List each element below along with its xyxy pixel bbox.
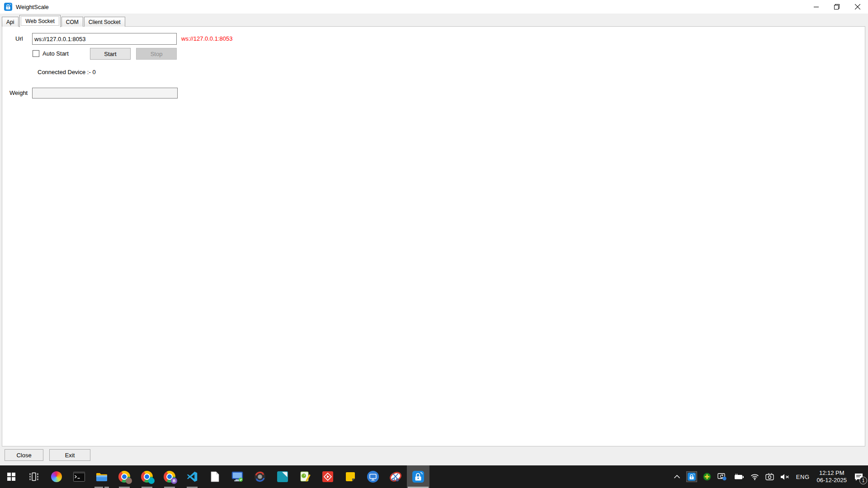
backup-sync-button[interactable] <box>249 465 271 488</box>
chrome-icon: B <box>164 471 175 483</box>
auto-start-checkbox-row[interactable]: Auto Start <box>33 50 69 57</box>
document-viewer-icon <box>277 471 288 482</box>
clock-date: 06-12-2025 <box>817 477 847 484</box>
snipping-tool-icon <box>390 471 401 483</box>
notification-count-badge: 1 <box>859 477 867 484</box>
tab-client-socket[interactable]: Client Socket <box>84 17 125 27</box>
notepad-button[interactable] <box>203 465 226 488</box>
weight-label: Weight <box>9 88 28 99</box>
url-label: Url <box>15 33 23 45</box>
minimize-icon <box>814 5 819 9</box>
snipping-tool-button[interactable] <box>384 465 407 488</box>
file-explorer-icon <box>96 472 108 482</box>
copilot-icon <box>51 471 62 482</box>
restore-button[interactable] <box>826 0 847 14</box>
screen-sync-tray-button[interactable] <box>715 465 730 488</box>
wireless-display-button[interactable] <box>362 465 384 488</box>
hidden-icons-button[interactable] <box>671 465 683 488</box>
chrome-profile2-badge <box>148 478 155 484</box>
chrome-icon <box>118 471 130 483</box>
chevron-up-icon <box>674 474 680 479</box>
file-explorer-button[interactable] <box>90 465 113 488</box>
chrome-profile-b-button[interactable]: B <box>158 465 181 488</box>
chrome-profile1-badge <box>126 478 132 484</box>
auto-start-checkbox[interactable] <box>33 50 39 57</box>
camera-tray-button[interactable] <box>763 465 777 488</box>
web-socket-tab-page: Url ws://127.0.0.1:8053 Auto Start Start… <box>2 26 865 446</box>
vscode-icon <box>187 471 198 482</box>
tab-com[interactable]: COM <box>61 17 83 27</box>
task-view-icon <box>29 472 39 481</box>
antivirus-tray-button[interactable] <box>700 465 714 488</box>
anydesk-icon <box>322 471 333 482</box>
remote-desktop-icon <box>231 471 243 482</box>
clock-time: 12:12 PM <box>819 469 844 477</box>
tab-web-socket[interactable]: Web Socket <box>19 15 60 27</box>
anydesk-button[interactable] <box>316 465 339 488</box>
close-icon <box>855 4 860 9</box>
window-title: WeightScale <box>16 4 49 10</box>
notepad-plus-plus-button[interactable] <box>294 465 316 488</box>
exit-button[interactable]: Exit <box>49 449 90 461</box>
weight-input[interactable] <box>32 88 178 99</box>
taskbar: B <box>0 465 868 488</box>
chrome-profile-b-badge: B <box>171 478 177 484</box>
weightscale-app-icon <box>4 3 12 11</box>
weightscale-icon <box>412 471 424 483</box>
footer-bar: Close Exit Register Version :- 1.0.0.0 <box>0 446 868 465</box>
close-button[interactable] <box>847 0 868 14</box>
clock[interactable]: 12:12 PM 06-12-2025 <box>813 465 851 488</box>
start-button[interactable]: Start <box>90 48 131 60</box>
url-input[interactable] <box>32 33 177 45</box>
vscode-button[interactable] <box>181 465 203 488</box>
camera-icon <box>765 473 774 480</box>
system-tray: ENG 12:12 PM 06-12-2025 1 <box>671 465 868 488</box>
url-status-text: ws://127.0.0.1:8053 <box>181 33 232 45</box>
chrome-profile1-button[interactable] <box>113 465 136 488</box>
remote-desktop-button[interactable] <box>226 465 249 488</box>
battery-tray-button[interactable] <box>731 465 747 488</box>
notification-center-button[interactable]: 1 <box>851 465 866 488</box>
wifi-icon <box>750 474 759 480</box>
window-controls <box>806 0 868 14</box>
titlebar: WeightScale <box>0 0 868 14</box>
terminal-button[interactable] <box>68 465 90 488</box>
weightscale-taskbar-button[interactable] <box>407 465 429 488</box>
backup-sync-icon <box>254 471 266 483</box>
battery-charging-icon <box>733 474 744 480</box>
chrome-icon <box>141 471 153 483</box>
volume-muted-tray-button[interactable] <box>778 465 793 488</box>
tab-strip: Api Web Socket COM Client Socket <box>2 14 126 27</box>
terminal-icon <box>73 472 85 482</box>
volume-muted-icon <box>780 474 790 480</box>
auto-start-label: Auto Start <box>42 50 69 57</box>
stop-button[interactable]: Stop <box>136 48 177 60</box>
antivirus-icon <box>703 473 711 481</box>
notepad-document-icon <box>210 471 220 482</box>
restore-icon <box>834 4 840 9</box>
wifi-tray-button[interactable] <box>748 465 762 488</box>
minimize-button[interactable] <box>806 0 826 14</box>
windows-logo-icon <box>7 473 15 481</box>
connected-device-text: Connected Device :- 0 <box>38 69 96 75</box>
screen-sync-icon <box>717 473 727 481</box>
language-label: ENG <box>796 474 810 480</box>
wireless-display-icon <box>367 470 379 483</box>
copilot-button[interactable] <box>45 465 68 488</box>
sticky-notes-button[interactable] <box>339 465 362 488</box>
weightscale-tray-button[interactable] <box>684 465 699 488</box>
sticky-notes-icon <box>345 471 356 482</box>
task-view-button[interactable] <box>23 465 45 488</box>
weightscale-tray-icon <box>687 472 697 482</box>
chrome-profile2-button[interactable] <box>136 465 158 488</box>
notepad-plus-plus-icon <box>300 471 311 482</box>
start-menu-button[interactable] <box>0 465 23 488</box>
language-indicator[interactable]: ENG <box>793 465 812 488</box>
close-form-button[interactable]: Close <box>5 449 43 461</box>
tab-api[interactable]: Api <box>2 17 19 27</box>
document-viewer-button[interactable] <box>271 465 294 488</box>
taskbar-pinned-apps: B <box>0 465 429 488</box>
